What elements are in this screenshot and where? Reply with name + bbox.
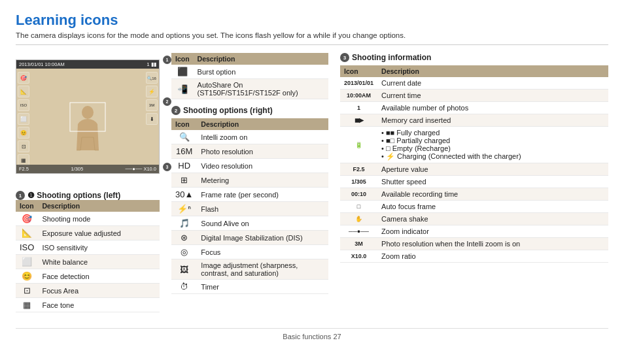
callout-circle-1: 1 [16,191,25,200]
left-desc-cell: Focus Area [38,284,160,298]
info-table-row: ✋Camera shake [340,213,608,225]
info-desc-cell: Photo resolution when the Intelli zoom i… [377,238,608,250]
top-icon-cell: 📲 [171,79,194,99]
camera-top-bar: 2013/01/01 10:00AM 1 ▮▮ [16,60,159,69]
right-desc-cell: Metering [197,173,328,188]
camera-right-icons: 🔍16 ⚡ 3M ⬇ [146,72,158,125]
left-desc-cell: Face detection [38,269,160,284]
cam-shutter: 1/305 [71,166,83,172]
info-icon-cell: □ [340,201,377,213]
info-icon-cell: ◼▶ [340,114,377,127]
top-table-row: ⬛Burst option [171,65,328,79]
info-desc-cell: Available recording time [377,188,608,201]
camera-left-icons: 🎯 📐 ISO ⬜ 😊 ⊡ ▦ [18,72,29,166]
top-icon-cell: ⬛ [171,65,194,79]
info-icon-cell: 1/305 [340,176,377,188]
left-table-row: ⬜White balance [16,255,160,269]
callout-circle-2: 2 [171,106,181,115]
cam-icon-down: ⬇ [146,113,158,125]
info-table-row: 10:00AMCurrent time [340,90,608,102]
right-icon-cell: 🔍 [171,130,197,144]
cam-icon-face: 😊 [18,127,29,139]
left-icon-cell: 📐 [16,226,38,240]
callout-3: 3 [163,163,171,171]
cam-icon-ev: 📐 [18,86,29,97]
info-desc-cell: Current time [377,90,608,102]
cam-icon-flash: ⚡ [146,86,158,97]
right-icon-cell: ⏱ [171,280,197,294]
right-icon-cell: 🎵 [171,216,197,231]
right-icon-cell: ◎ [171,245,197,259]
info-table-row: X10.0Zoom ratio [340,250,608,263]
info-desc-cell: Zoom ratio [377,250,608,263]
cam-icon-wb: ⬜ [18,113,29,125]
right-table-row: 30▲Frame rate (per second) [171,188,328,202]
info-icon-cell: 3M [340,238,377,250]
info-table: Icon Description 2013/01/01Current date1… [340,65,608,263]
camera-bottom-bar: F2.5 1/305 ──●── X10.0 [16,165,159,173]
right-col-desc: Description [197,118,328,130]
top-col-desc: Description [194,53,328,65]
camera-center-frame [70,102,106,131]
info-icon-cell: 🔋 [340,127,377,163]
callout-circle-3: 3 [340,53,349,62]
footer: Basic functions 27 [16,328,608,340]
left-col-icon: Icon [16,200,38,212]
info-icon-cell: 2013/01/01 [340,77,377,90]
right-icon-cell: ⊛ [171,231,197,245]
info-col-desc: Description [377,65,608,77]
info-table-row: 2013/01/01Current date [340,77,608,90]
section-right-title: 2 Shooting options (right) [171,106,328,115]
left-icon-cell: 🎯 [16,212,38,226]
info-desc-cell: • ■■ Fully charged• ■□ Partially charged… [377,127,608,163]
left-desc-cell: Exposure value adjusted [38,226,160,240]
right-icon-cell: ⊞ [171,173,197,188]
info-table-row: ◼▶Memory card inserted [340,114,608,127]
right-desc-cell: Image adjustment (sharpness, contrast, a… [197,259,328,280]
cam-zoom-indicator: ──●── X10.0 [126,166,156,172]
info-table-row: F2.5Aperture value [340,163,608,176]
left-options-table: Icon Description 🎯Shooting mode📐Exposure… [16,200,160,312]
camera-preview: 2013/01/01 10:00AM 1 ▮▮ 🎯 📐 ISO ⬜ 😊 ⊡ ▦ [16,59,160,174]
right-desc-cell: Frame rate (per second) [197,188,328,202]
right-table-row: HDVideo resolution [171,159,328,173]
right-icon-cell: 16M [171,144,197,159]
right-desc-cell: Video resolution [197,159,328,173]
page-title: Learning icons [16,12,608,29]
left-icon-cell: ⊡ [16,284,38,298]
left-desc-cell: Face tone [38,298,160,312]
right-desc-cell: Digital Image Stabilization (DIS) [197,231,328,245]
top-desc-cell: AutoShare On (ST150F/ST151F/ST152F only) [194,79,328,99]
right-table-row: 🎵Sound Alive on [171,216,328,231]
cam-icon-mode: 🎯 [18,72,29,84]
info-icon-cell: 10:00AM [340,90,377,102]
left-table-row: 📐Exposure value adjusted [16,226,160,240]
right-icon-cell: HD [171,159,197,173]
info-table-row: 00:10Available recording time [340,188,608,201]
cam-icon-iso: ISO [18,99,29,111]
page-subtitle: The camera displays icons for the mode a… [16,31,608,45]
right-desc-cell: Focus [197,245,328,259]
right-desc-cell: Intelli zoom on [197,130,328,144]
right-icon-cell: 30▲ [171,188,197,202]
info-col-icon: Icon [340,65,377,77]
info-icon-cell: ──●── [340,225,377,238]
top-table-row: 📲AutoShare On (ST150F/ST151F/ST152F only… [171,79,328,99]
cam-icon-focus-area: ⊡ [18,141,29,152]
section-info-title: 3 Shooting information [340,53,608,62]
cam-icon-zoom: 🔍16 [146,72,158,84]
left-table-row: 🎯Shooting mode [16,212,160,226]
info-table-row: 3MPhoto resolution when the Intelli zoom… [340,238,608,250]
right-table-row: ⏱Timer [171,280,328,294]
camera-top-icons: 1 ▮▮ [147,61,156,67]
top-col-icon: Icon [171,53,194,65]
right-icon-cell: ⚡ⁿ [171,202,197,216]
right-table-row: ⊛Digital Image Stabilization (DIS) [171,231,328,245]
left-table-row: ⊡Focus Area [16,284,160,298]
left-table-row: 😊Face detection [16,269,160,284]
cam-aperture: F2.5 [19,166,29,172]
info-desc-cell: Current date [377,77,608,90]
right-table-row: ⊞Metering [171,173,328,188]
info-icon-cell: X10.0 [340,250,377,263]
left-table-row: ▦Face tone [16,298,160,312]
